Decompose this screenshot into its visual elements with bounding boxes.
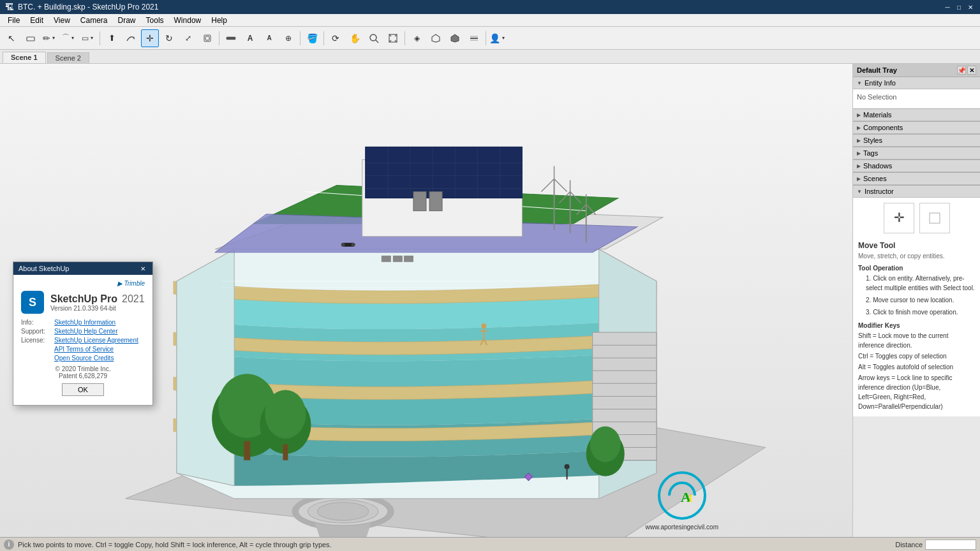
offset-btn[interactable] bbox=[198, 29, 216, 47]
modifier-alt: Alt = Toggles autofold of selection bbox=[858, 362, 975, 372]
shadows-arrow: ▶ bbox=[857, 163, 861, 169]
about-ok-button[interactable]: OK bbox=[62, 383, 104, 396]
default-tray-header: Default Tray 📌 ✕ bbox=[853, 64, 980, 77]
styles-arrow: ▶ bbox=[857, 138, 861, 143]
menu-item-view[interactable]: View bbox=[48, 15, 75, 26]
scene-content: About SketchUp ✕ ▶ Trimble S SketchUp Pr… bbox=[0, 64, 852, 537]
push-pull-btn[interactable]: ⬆ bbox=[103, 29, 121, 47]
statusbar: i Pick two points to move. Ctrl = toggle… bbox=[0, 537, 980, 551]
scenes-header[interactable]: ▶ Scenes bbox=[853, 173, 980, 185]
entity-info-header[interactable]: ▼ Entity Info bbox=[853, 77, 980, 89]
follow-me-btn[interactable] bbox=[122, 29, 140, 47]
section-plane-btn[interactable] bbox=[427, 29, 445, 47]
scene-tab-1[interactable]: Scene 1 bbox=[3, 52, 46, 63]
orbit-btn[interactable]: ⟳ bbox=[327, 29, 345, 47]
tray-pin-btn[interactable]: 📌 bbox=[957, 66, 966, 75]
svg-line-57 bbox=[554, 179, 567, 191]
instructor-tool-subtitle: Move, stretch, or copy entities. bbox=[858, 253, 975, 260]
tape-measure-btn[interactable] bbox=[222, 29, 240, 47]
components-header[interactable]: ▶ Components bbox=[853, 122, 980, 134]
instructor-steps: 1. Click on entity. Alternatively, pre-s… bbox=[866, 274, 975, 317]
instructor-tool-title: Move Tool bbox=[858, 241, 975, 250]
zoom-extents-btn[interactable] bbox=[384, 29, 402, 47]
select-tool-btn[interactable]: ↖ bbox=[3, 29, 20, 47]
viewport[interactable]: About SketchUp ✕ ▶ Trimble S SketchUp Pr… bbox=[0, 64, 852, 537]
statusbar-message: Pick two points to move. Ctrl = toggle C… bbox=[18, 541, 891, 548]
rotate-btn[interactable]: ↻ bbox=[160, 29, 178, 47]
distance-label: Distance bbox=[895, 541, 923, 548]
toolbar: ↖ ✏▾ ⌒▾ ▭▾ ⬆ ✛ ↻ ⤢ A A ⊕ 🪣 ⟳ ✋ ◈ bbox=[0, 27, 980, 50]
user-btn[interactable]: 👤▾ bbox=[489, 29, 507, 47]
paint-bucket-btn[interactable]: 🪣 bbox=[303, 29, 321, 47]
no-selection-text: No Selection bbox=[857, 93, 896, 101]
svg-rect-87 bbox=[382, 256, 391, 262]
about-license-link[interactable]: SketchUp License Agreement bbox=[54, 337, 138, 344]
about-info-link[interactable]: SketchUp Information bbox=[54, 319, 115, 326]
menu-item-help[interactable]: Help bbox=[206, 15, 232, 26]
pencil-tool-btn[interactable]: ✏▾ bbox=[41, 29, 59, 47]
menu-item-tools[interactable]: Tools bbox=[141, 15, 169, 26]
main-layout: About SketchUp ✕ ▶ Trimble S SketchUp Pr… bbox=[0, 64, 980, 537]
styles-header[interactable]: ▶ Styles bbox=[853, 135, 980, 147]
instructor-header[interactable]: ▼ Instructor bbox=[853, 186, 980, 198]
about-credits-link[interactable]: Open Source Credits bbox=[54, 355, 114, 362]
components-arrow: ▶ bbox=[857, 125, 861, 131]
modifier-shift: Shift = Lock move to the current inferen… bbox=[858, 331, 975, 350]
trimble-icon: ▶ bbox=[117, 280, 122, 287]
menu-item-draw[interactable]: Draw bbox=[113, 15, 141, 26]
axes-btn[interactable]: ⊕ bbox=[279, 29, 297, 47]
titlebar-controls[interactable]: ─ □ ✕ bbox=[943, 3, 975, 11]
tags-header[interactable]: ▶ Tags bbox=[853, 147, 980, 159]
zoom-btn[interactable] bbox=[365, 29, 383, 47]
materials-header[interactable]: ▶ Materials bbox=[853, 109, 980, 121]
shape-tool-btn[interactable]: ▭▾ bbox=[79, 29, 97, 47]
step-3: 3. Click to finish move operation. bbox=[866, 307, 975, 317]
scene-tab-2[interactable]: Scene 2 bbox=[47, 52, 89, 63]
instructor-modifier-keys-header: Modifier Keys bbox=[858, 322, 975, 329]
svg-point-85 bbox=[352, 243, 355, 247]
about-close-button[interactable]: ✕ bbox=[138, 264, 147, 273]
svg-marker-13 bbox=[451, 34, 459, 42]
shadows-label: Shadows bbox=[863, 162, 892, 170]
eraser-tool-btn[interactable] bbox=[22, 29, 40, 47]
minimize-button[interactable]: ─ bbox=[943, 3, 952, 11]
distance-input[interactable] bbox=[925, 540, 976, 550]
svg-point-76 bbox=[481, 323, 486, 328]
about-body: ▶ Trimble S SketchUp Pro 2021 Version 21… bbox=[13, 275, 152, 405]
arc-tool-btn[interactable]: ⌒▾ bbox=[60, 29, 78, 47]
sketchup-version: Version 21.0.339 64-bit bbox=[50, 305, 145, 312]
watermark-url: www.aportesingecivil.com bbox=[646, 524, 719, 531]
svg-rect-96 bbox=[930, 213, 940, 223]
titlebar-title: BTC. + Building.skp - SketchUp Pro 2021 bbox=[18, 3, 158, 11]
menu-item-window[interactable]: Window bbox=[169, 15, 207, 26]
menu-item-file[interactable]: File bbox=[3, 15, 25, 26]
section-fill-btn[interactable] bbox=[446, 29, 464, 47]
titlebar-left: 🏗 BTC. + Building.skp - SketchUp Pro 202… bbox=[5, 2, 158, 12]
svg-point-84 bbox=[341, 243, 345, 247]
pan-btn[interactable]: ✋ bbox=[346, 29, 364, 47]
titlebar: 🏗 BTC. + Building.skp - SketchUp Pro 202… bbox=[0, 0, 980, 14]
about-credits-row: Open Source Credits bbox=[21, 355, 145, 362]
section-cut-btn[interactable]: ◈ bbox=[408, 29, 426, 47]
close-button[interactable]: ✕ bbox=[966, 3, 975, 11]
move-btn[interactable]: ✛ bbox=[141, 29, 159, 47]
svg-text:I: I bbox=[688, 493, 692, 504]
sep5 bbox=[405, 31, 405, 45]
about-support-link[interactable]: SketchUp Help Center bbox=[54, 328, 118, 335]
about-copyright: © 2020 Trimble Inc. Patent 6,628,279 bbox=[21, 365, 145, 379]
tray-close-btn[interactable]: ✕ bbox=[967, 66, 976, 75]
display-section-btn[interactable] bbox=[465, 29, 483, 47]
menu-item-camera[interactable]: Camera bbox=[75, 15, 113, 26]
svg-rect-70 bbox=[244, 441, 250, 460]
move-icon-box2 bbox=[919, 203, 950, 233]
tags-label: Tags bbox=[863, 149, 878, 157]
maximize-button[interactable]: □ bbox=[954, 3, 963, 11]
entity-info-label: Entity Info bbox=[865, 79, 896, 87]
about-api-link[interactable]: API Terms of Service bbox=[54, 346, 114, 353]
text-btn[interactable]: A bbox=[241, 29, 259, 47]
shadows-header[interactable]: ▶ Shadows bbox=[853, 160, 980, 172]
3d-text-btn[interactable]: A bbox=[260, 29, 278, 47]
scale-btn[interactable]: ⤢ bbox=[179, 29, 197, 47]
sep3 bbox=[300, 31, 301, 45]
menu-item-edit[interactable]: Edit bbox=[25, 15, 48, 26]
